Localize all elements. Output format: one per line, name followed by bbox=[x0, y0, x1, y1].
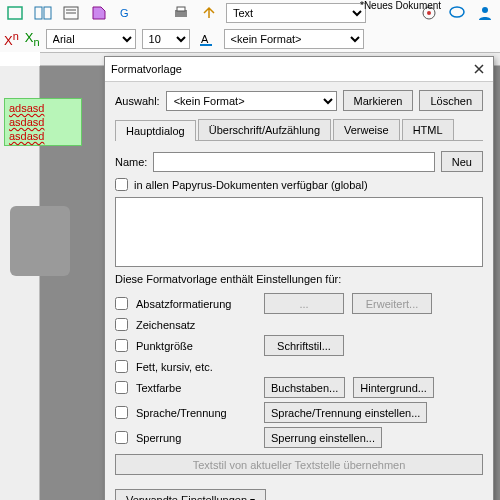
font-select[interactable]: Arial bbox=[46, 29, 136, 49]
preview-box bbox=[115, 197, 483, 267]
punkt-label: Punktgröße bbox=[136, 340, 256, 352]
absatz-label: Absatzformatierung bbox=[136, 298, 256, 310]
neu-button[interactable]: Neu bbox=[441, 151, 483, 172]
clipboard-icon[interactable] bbox=[10, 206, 70, 276]
auswahl-select[interactable]: <kein Format> bbox=[166, 91, 337, 111]
note-line: asdasd bbox=[9, 115, 77, 129]
tab-html[interactable]: HTML bbox=[402, 119, 454, 140]
erweitert-button: Erweitert... bbox=[352, 293, 432, 314]
document-title: *Neues Dokument bbox=[360, 0, 441, 11]
auswahl-label: Auswahl: bbox=[115, 95, 160, 107]
sprache-button[interactable]: Sprache/Trennung einstellen... bbox=[264, 402, 427, 423]
toolbar-btn-4[interactable] bbox=[88, 2, 110, 24]
style-select[interactable]: Text bbox=[226, 3, 366, 23]
tab-hauptdialog[interactable]: Hauptdialog bbox=[115, 120, 196, 141]
dialog-tabs: Hauptdialog Überschrift/Aufzählung Verwe… bbox=[115, 119, 483, 141]
hintergrund-button[interactable]: Hintergrund... bbox=[353, 377, 434, 398]
toolbar-btn-1[interactable] bbox=[4, 2, 26, 24]
sprache-checkbox[interactable] bbox=[115, 406, 128, 419]
name-label: Name: bbox=[115, 156, 147, 168]
format-toolbar: Xn Xn Arial 10 A <kein Format> bbox=[0, 26, 500, 52]
note-line: adsasd bbox=[9, 101, 77, 115]
text-note[interactable]: adsasd asdasd asdasd bbox=[4, 98, 82, 146]
svg-text:G: G bbox=[120, 7, 129, 19]
subscript-icon[interactable]: Xn bbox=[25, 30, 40, 48]
note-line: asdasd bbox=[9, 129, 77, 143]
svg-point-10 bbox=[427, 11, 431, 15]
tab-ueberschrift[interactable]: Überschrift/Aufzählung bbox=[198, 119, 331, 140]
person-icon[interactable] bbox=[474, 2, 496, 24]
punkt-checkbox[interactable] bbox=[115, 339, 128, 352]
tab-verweise[interactable]: Verweise bbox=[333, 119, 400, 140]
schriftstil-button[interactable]: Schriftstil... bbox=[264, 335, 344, 356]
dialog-titlebar: Formatvorlage bbox=[105, 57, 493, 82]
sperrung-label: Sperrung bbox=[136, 432, 256, 444]
sprache-label: Sprache/Trennung bbox=[136, 407, 256, 419]
svg-text:A: A bbox=[201, 33, 209, 45]
buchstaben-button[interactable]: Buchstaben... bbox=[264, 377, 345, 398]
absatz-dots-button: ... bbox=[264, 293, 344, 314]
zeichen-label: Zeichensatz bbox=[136, 319, 256, 331]
svg-point-12 bbox=[482, 7, 488, 13]
format-a-icon[interactable]: A bbox=[196, 28, 218, 50]
textfarbe-checkbox[interactable] bbox=[115, 381, 128, 394]
print-icon[interactable] bbox=[170, 2, 192, 24]
svg-rect-14 bbox=[200, 44, 212, 46]
absatz-checkbox[interactable] bbox=[115, 297, 128, 310]
svg-rect-8 bbox=[177, 7, 185, 11]
verwandte-button[interactable]: Verwandte Einstellungen ▾ bbox=[115, 489, 266, 500]
svg-rect-0 bbox=[8, 7, 22, 19]
toolbar-btn-5[interactable]: G bbox=[116, 2, 138, 24]
svg-rect-1 bbox=[35, 7, 42, 19]
close-icon[interactable] bbox=[471, 61, 487, 77]
toolbar-btn-3[interactable] bbox=[60, 2, 82, 24]
fett-checkbox[interactable] bbox=[115, 360, 128, 373]
global-checkbox[interactable] bbox=[115, 178, 128, 191]
format-select[interactable]: <kein Format> bbox=[224, 29, 364, 49]
svg-rect-2 bbox=[44, 7, 51, 19]
sperrung-checkbox[interactable] bbox=[115, 431, 128, 444]
sperrung-button[interactable]: Sperrung einstellen... bbox=[264, 427, 382, 448]
name-input[interactable] bbox=[153, 152, 434, 172]
formatvorlage-dialog: Formatvorlage Auswahl: <kein Format> Mar… bbox=[104, 56, 494, 500]
textstil-button: Textstil von aktueller Textstelle überne… bbox=[115, 454, 483, 475]
markieren-button[interactable]: Markieren bbox=[343, 90, 414, 111]
dialog-title: Formatvorlage bbox=[111, 63, 182, 75]
size-select[interactable]: 10 bbox=[142, 29, 190, 49]
export-icon[interactable] bbox=[198, 2, 220, 24]
toolbar-btn-2[interactable] bbox=[32, 2, 54, 24]
fett-label: Fett, kursiv, etc. bbox=[136, 361, 256, 373]
zeichen-checkbox[interactable] bbox=[115, 318, 128, 331]
enthaelt-label: Diese Formatvorlage enthält Einstellunge… bbox=[115, 273, 483, 285]
global-label: in allen Papyrus-Dokumenten verfügbar (g… bbox=[134, 179, 368, 191]
dialog-footer: Verwandte Einstellungen ▾ Hilfe Abbreche… bbox=[105, 483, 493, 500]
svg-point-11 bbox=[450, 7, 464, 17]
chat-icon[interactable] bbox=[446, 2, 468, 24]
loeschen-button[interactable]: Löschen bbox=[419, 90, 483, 111]
superscript-icon[interactable]: Xn bbox=[4, 30, 19, 48]
textfarbe-label: Textfarbe bbox=[136, 382, 256, 394]
